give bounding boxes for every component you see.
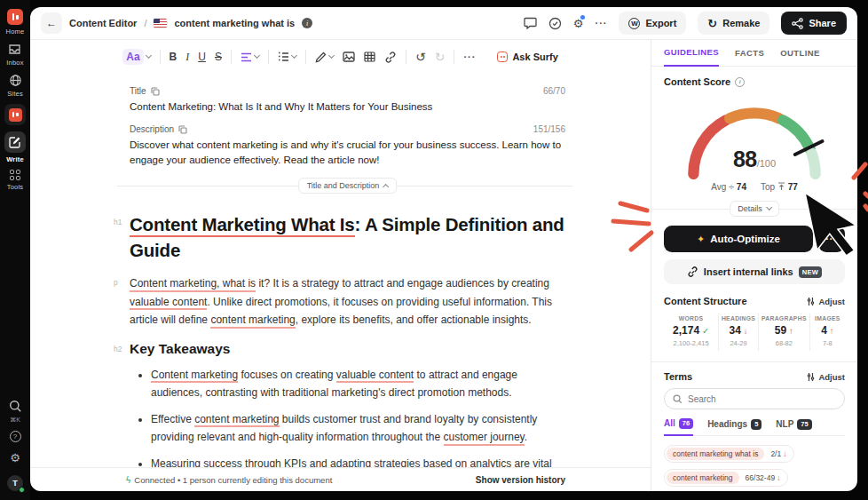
auto-optimize-more-button[interactable]: ···	[818, 226, 845, 252]
sidebar-item-surfer-app[interactable]	[4, 104, 26, 125]
tab-guidelines[interactable]: GUIDELINES	[664, 40, 719, 67]
terms-search-input[interactable]	[688, 394, 812, 404]
undo-button[interactable]: ↺	[415, 50, 426, 64]
sparkle-icon: ✦	[697, 234, 705, 245]
title-field[interactable]: Title 66/70 Content Marketing: What Is I…	[130, 86, 565, 115]
formatting-toolbar: Aa B I U S	[30, 40, 651, 74]
table-button[interactable]	[364, 52, 375, 62]
bold-button[interactable]: B	[170, 51, 178, 63]
gauge-segment-green	[783, 120, 810, 149]
remake-button[interactable]: ↻ Remake	[698, 12, 769, 35]
settings-gear-icon[interactable]: ⚙	[10, 451, 20, 464]
underlined-term: Content marketing	[151, 369, 238, 384]
breadcrumb-root[interactable]: Content Editor	[69, 18, 137, 28]
document-title[interactable]: content marketing what is	[174, 18, 295, 28]
score-benchmarks: Avg ÷ 74 Top 77	[664, 181, 845, 192]
content-structure-stats: WORDS 2,174✓ 2,100-2,415 HEADINGS 34↓ 24…	[664, 313, 845, 351]
check-circle-icon[interactable]	[548, 17, 562, 30]
stat-status-icon: ↓	[744, 326, 748, 336]
underlined-term: content marketing	[210, 313, 295, 329]
document-canvas[interactable]: Title 66/70 Content Marketing: What Is I…	[30, 74, 651, 467]
list-item[interactable]: Measuring success through KPIs and adapt…	[151, 455, 565, 468]
info-icon[interactable]: i	[735, 77, 745, 87]
key-takeaways-heading[interactable]: Key Takeaways	[130, 341, 565, 357]
underlined-term: customer journey	[444, 431, 525, 446]
info-icon[interactable]: i	[302, 18, 312, 28]
terms-title: Terms	[664, 371, 692, 382]
settings-gear-icon[interactable]: ⚙	[573, 17, 584, 30]
more-options-icon[interactable]: ···	[595, 18, 607, 28]
online-status-dot	[19, 487, 25, 493]
share-button[interactable]: Share	[781, 12, 847, 35]
list-item[interactable]: Effective content marketing builds custo…	[151, 410, 565, 447]
pen-icon	[315, 52, 327, 63]
article-h1[interactable]: Content Marketing What Is: A Simple Defi…	[130, 211, 565, 263]
ask-surfy-button[interactable]: Ask Surfy	[497, 52, 557, 62]
term-chip[interactable]: content marketing what is 2/1↓	[664, 445, 794, 463]
sidebar-item-sites[interactable]: Sites	[7, 73, 23, 98]
key-takeaways-list[interactable]: Content marketing focuses on creating va…	[151, 366, 565, 468]
tab-facts[interactable]: FACTS	[735, 40, 764, 67]
redo-button[interactable]: ↻	[435, 50, 446, 64]
description-field[interactable]: Description 151/156 Discover what conten…	[130, 124, 565, 168]
terms-tab-all[interactable]: All76	[664, 413, 693, 436]
link-button[interactable]	[384, 52, 397, 63]
terms-adjust-button[interactable]: Adjust	[807, 372, 845, 382]
sidebar-item-label: Sites	[7, 90, 23, 98]
toolbar-more-icon[interactable]: ···	[463, 52, 476, 62]
sidebar-item-write[interactable]: Write	[4, 131, 26, 163]
version-history-button[interactable]: Show version history	[476, 475, 565, 485]
comments-icon[interactable]	[524, 17, 537, 29]
list-item[interactable]: Content marketing focuses on creating va…	[151, 366, 565, 402]
title-value[interactable]: Content Marketing: What Is It and Why It…	[130, 99, 565, 115]
sidebar-item-inbox[interactable]: Inbox	[6, 42, 23, 67]
sidebar-item-tools[interactable]: Tools	[7, 170, 24, 191]
insert-internal-links-button[interactable]: Insert internal links NEW	[664, 259, 845, 284]
count-badge: 76	[679, 418, 693, 429]
text-segment: , explore its benefits, and offer action…	[296, 313, 532, 326]
numbered-list-icon	[278, 52, 289, 62]
terms-tab-headings[interactable]: Headings5	[707, 413, 761, 436]
image-button[interactable]	[343, 52, 355, 62]
underlined-term: Content Marketing What Is	[130, 214, 355, 237]
content-structure-title: Content Structure	[664, 296, 747, 306]
stat-status-icon: ✓	[702, 326, 709, 336]
sidebar-item-home[interactable]: Home	[6, 9, 25, 36]
average-icon: ÷	[729, 181, 734, 192]
search-icon[interactable]	[8, 399, 22, 413]
align-dropdown[interactable]	[241, 52, 259, 62]
terms-tab-nlp[interactable]: NLP75	[776, 413, 811, 436]
strikethrough-button[interactable]: S	[215, 51, 222, 63]
underline-button[interactable]: U	[198, 51, 206, 63]
help-icon[interactable]: ?	[10, 431, 21, 442]
surfer-logo-icon	[7, 9, 23, 25]
italic-button[interactable]: I	[185, 51, 189, 64]
user-avatar[interactable]: T	[7, 475, 23, 491]
count-badge: 5	[751, 419, 761, 430]
copy-icon[interactable]	[178, 125, 187, 134]
notification-dot	[580, 15, 585, 20]
auto-optimize-button[interactable]: ✦ Auto-Optimize	[664, 226, 813, 252]
details-dropdown[interactable]: Details	[730, 201, 779, 217]
count-badge: 75	[797, 419, 811, 430]
us-flag-icon	[154, 19, 167, 28]
top-icon	[777, 182, 785, 191]
copy-icon[interactable]	[151, 87, 160, 96]
structure-adjust-button[interactable]: Adjust	[807, 297, 845, 306]
text-segment: Effective	[151, 413, 194, 425]
title-description-collapse[interactable]: Title and Description	[298, 178, 398, 194]
terms-search[interactable]	[664, 388, 845, 409]
intro-paragraph[interactable]: Content marketing, what is it? It is a s…	[130, 274, 565, 329]
font-style-dropdown[interactable]: Aa	[122, 49, 150, 65]
description-label: Description	[130, 124, 174, 134]
sidebar-item-label: Tools	[7, 183, 24, 191]
list-dropdown[interactable]	[278, 52, 296, 62]
tab-outline[interactable]: OUTLINE	[780, 40, 820, 67]
back-button[interactable]: ←	[41, 12, 62, 34]
term-chip[interactable]: content marketing 66/32-49↓	[664, 469, 788, 487]
term-chips: content marketing what is 2/1↓ content m…	[664, 445, 845, 491]
pen-dropdown[interactable]	[315, 52, 334, 63]
export-button[interactable]: W Export	[619, 12, 686, 35]
image-icon	[343, 52, 355, 62]
description-value[interactable]: Discover what content marketing is and w…	[130, 138, 565, 168]
